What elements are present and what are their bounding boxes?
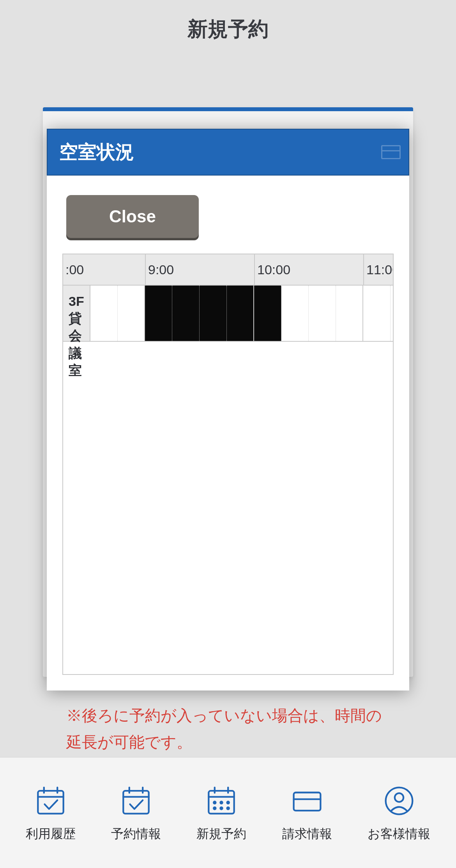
timeslot[interactable] — [172, 286, 200, 341]
calendar-check-icon — [33, 783, 68, 818]
availability-modal: 空室状況 Close :00 9:00 10:00 11:00 3F貸会議室 — [47, 129, 409, 690]
schedule-row: 3F貸会議室 — [63, 286, 393, 342]
schedule-table[interactable]: :00 9:00 10:00 11:00 3F貸会議室 — [62, 254, 394, 675]
timeslot[interactable] — [363, 286, 391, 341]
calendar-check-icon — [118, 783, 154, 818]
svg-point-17 — [227, 807, 229, 809]
user-circle-icon — [382, 783, 417, 818]
nav-usage-history[interactable]: 利用履歴 — [26, 783, 76, 843]
nav-label: 新規予約 — [196, 825, 246, 843]
svg-rect-0 — [38, 791, 63, 813]
nav-reservation-info[interactable]: 予約情報 — [111, 783, 161, 843]
page-title: 新規予約 — [0, 0, 456, 55]
time-header-10: 10:00 — [254, 254, 363, 285]
time-header-11: 11:00 — [363, 254, 394, 285]
calendar-grid-icon — [204, 783, 239, 818]
modal-title: 空室状況 — [59, 140, 134, 165]
nav-billing-info[interactable]: 請求情報 — [282, 783, 332, 843]
bottom-nav: 利用履歴 予約情報 新規予約 請求情報 お客様情報 — [0, 757, 456, 868]
time-header-9: 9:00 — [145, 254, 254, 285]
modal-header: 空室状況 — [47, 129, 409, 176]
timeslot[interactable] — [200, 286, 227, 341]
timeslot[interactable] — [90, 286, 118, 341]
svg-point-12 — [214, 801, 216, 803]
timeslot[interactable] — [309, 286, 336, 341]
timeslot[interactable] — [118, 286, 145, 341]
svg-point-14 — [227, 801, 229, 803]
timeslot[interactable] — [227, 286, 254, 341]
nav-customer-info[interactable]: お客様情報 — [368, 783, 430, 843]
svg-rect-18 — [293, 792, 320, 810]
timeslot[interactable] — [254, 286, 281, 341]
timeline[interactable] — [90, 286, 394, 341]
nav-new-reservation[interactable]: 新規予約 — [196, 783, 246, 843]
timeslot[interactable] — [281, 286, 309, 341]
nav-label: 請求情報 — [282, 825, 332, 843]
nav-label: 利用履歴 — [26, 825, 76, 843]
nav-label: お客様情報 — [368, 825, 430, 843]
nav-label: 予約情報 — [111, 825, 161, 843]
svg-point-16 — [221, 807, 223, 809]
svg-point-21 — [395, 793, 403, 802]
svg-rect-4 — [123, 791, 148, 813]
timeslot[interactable] — [336, 286, 363, 341]
svg-point-15 — [214, 807, 216, 809]
notice-line-1: ※後ろに予約が入っていない場合は、時間の延長が可能です。 — [66, 702, 390, 755]
room-label: 3F貸会議室 — [63, 286, 90, 341]
time-header-row: :00 9:00 10:00 11:00 — [63, 254, 393, 286]
close-button[interactable]: Close — [66, 195, 199, 238]
timeslot[interactable] — [391, 286, 394, 341]
svg-point-13 — [221, 801, 223, 803]
time-header-partial: :00 — [63, 254, 145, 285]
svg-point-20 — [385, 787, 412, 814]
card-icon — [381, 145, 401, 159]
timeslot[interactable] — [145, 286, 172, 341]
credit-card-icon — [290, 783, 325, 818]
